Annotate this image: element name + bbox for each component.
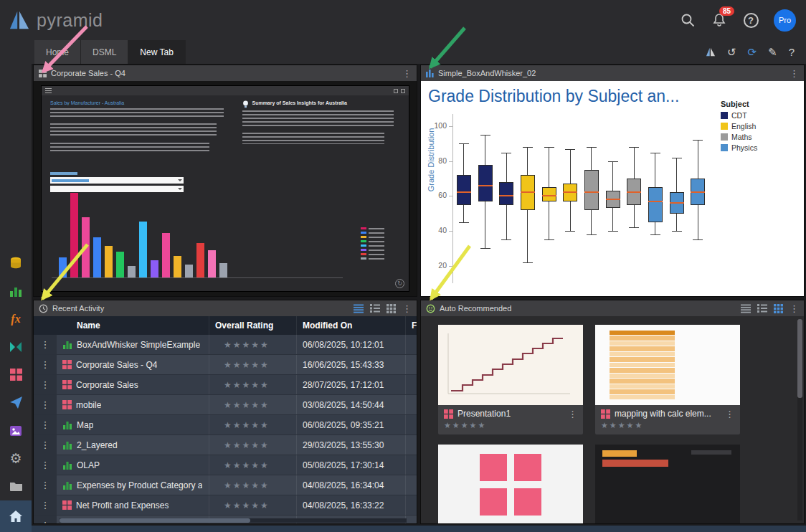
rating-stars[interactable]: ★★★★★ — [215, 360, 270, 370]
rating-stars[interactable]: ★★★★★ — [215, 400, 270, 410]
card-thumbnail-dark — [595, 445, 740, 523]
rating-stars[interactable]: ★★★★★ — [215, 380, 270, 390]
avatar[interactable]: Pro — [774, 9, 796, 32]
column-header-name[interactable]: Name — [57, 316, 209, 335]
rating-stars[interactable]: ★★★★★ — [215, 440, 270, 450]
tab-new-tab[interactable]: New Tab — [128, 40, 185, 64]
view-list-button[interactable] — [354, 304, 364, 313]
legend-item[interactable]: English — [721, 122, 798, 130]
view-list-button[interactable] — [741, 304, 751, 313]
table-row[interactable]: ⋮BoxAndWhisker SimpleExample★★★★★06/08/2… — [34, 335, 417, 355]
column-header-rating[interactable]: Overall Rating — [209, 316, 296, 335]
recommended-card[interactable]: ⋮ — [438, 445, 583, 523]
sidebar-item-admin[interactable]: ⚙ — [0, 445, 32, 472]
horizontal-scrollbar[interactable] — [60, 518, 407, 523]
box-maths[interactable] — [584, 170, 599, 210]
row-menu-button[interactable]: ⋮ — [41, 419, 50, 430]
table-row[interactable]: ⋮mobile★★★★★03/08/2025, 14:50:44 — [34, 395, 417, 415]
table-row[interactable]: ⋮OLAP★★★★★05/08/2025, 17:30:14 — [34, 455, 417, 475]
table-row[interactable]: ⋮2_Layered★★★★★29/03/2025, 13:55:30 — [34, 435, 417, 455]
search-button[interactable] — [679, 11, 696, 29]
preview-refresh-icon[interactable]: ↻ — [395, 279, 404, 288]
recommended-card[interactable]: ⋮ — [595, 445, 740, 523]
recommended-card[interactable]: Presentation1⋮★★★★★ — [438, 325, 583, 434]
sidebar-item-model[interactable] — [0, 249, 32, 277]
panel-menu-button[interactable]: ⋮ — [402, 69, 412, 78]
scrollbar-thumb[interactable] — [60, 518, 250, 523]
dashboard-preview[interactable]: Sales by Manufacturer - Australia Summar… — [41, 85, 409, 292]
table-row[interactable]: ⋮Corporate Sales - Q4★★★★★16/06/2025, 15… — [34, 355, 417, 375]
column-header-modified[interactable]: Modified On — [296, 316, 405, 335]
corporate-sales-header[interactable]: Corporate Sales - Q4 ⋮ — [34, 65, 417, 81]
rating-stars[interactable]: ★★★★★ — [215, 460, 270, 470]
table-row[interactable]: ⋮Corporate Sales★★★★★28/07/2025, 17:12:0… — [34, 375, 417, 395]
row-menu-button[interactable]: ⋮ — [41, 399, 50, 410]
undo-button[interactable]: ↺ — [727, 46, 736, 59]
box-english[interactable] — [542, 187, 556, 201]
sidebar-item-discover[interactable] — [0, 277, 32, 305]
box-cdt[interactable] — [457, 175, 471, 204]
rating-stars[interactable]: ★★★★★ — [215, 500, 270, 510]
rating-stars[interactable]: ★★★★★ — [595, 419, 740, 434]
sidebar-item-content[interactable] — [0, 472, 32, 500]
card-menu-button[interactable]: ⋮ — [568, 409, 577, 419]
view-detail-button[interactable] — [370, 304, 380, 313]
row-menu-button[interactable]: ⋮ — [41, 460, 50, 470]
corporate-sales-body: Sales by Manufacturer - Australia Summar… — [34, 81, 417, 296]
table-row[interactable]: ⋮Map★★★★★06/08/2025, 09:35:21 — [34, 415, 417, 435]
rating-stars[interactable]: ★★★★★ — [438, 419, 583, 434]
table-row[interactable]: ⋮Net Profit and Expenses★★★★★04/08/2025,… — [34, 495, 417, 516]
sidebar-item-tabulate[interactable] — [0, 333, 32, 361]
sidebar-item-illustrate[interactable] — [0, 417, 32, 445]
tab-home[interactable]: Home — [34, 40, 81, 64]
panel-menu-button[interactable]: ⋮ — [402, 304, 412, 313]
bottom-resize-strip[interactable] — [32, 526, 806, 532]
help-button[interactable]: ? — [742, 11, 759, 29]
refresh-button[interactable]: ⟳ — [748, 46, 757, 59]
legend-item[interactable]: Maths — [721, 133, 798, 141]
view-grid-button[interactable] — [774, 304, 783, 313]
tab-help-button[interactable]: ? — [789, 46, 795, 58]
panel-menu-button[interactable]: ⋮ — [790, 304, 799, 313]
sidebar-item-formulate[interactable]: fx — [0, 305, 32, 333]
view-detail-button[interactable] — [757, 304, 767, 313]
edit-button[interactable]: ✎ — [768, 46, 777, 59]
panel-box-whisker: Simple_BoxAndWhisker_02 ⋮ Grade Distribu… — [420, 65, 805, 297]
box-cdt[interactable] — [499, 182, 513, 205]
column-header-folder[interactable]: F — [405, 316, 417, 335]
row-menu-button[interactable]: ⋮ — [41, 500, 50, 510]
view-grid-button[interactable] — [387, 304, 396, 313]
pyramid-glyph-button[interactable] — [706, 47, 716, 57]
box-physics[interactable] — [648, 187, 663, 222]
auto-recommended-header[interactable]: Auto Recommended — [421, 300, 804, 316]
tab-dsml[interactable]: DSML — [81, 40, 128, 64]
row-menu-button[interactable]: ⋮ — [41, 339, 50, 350]
legend-item[interactable]: Physics — [721, 143, 798, 152]
sidebar-item-home[interactable] — [0, 500, 32, 532]
box-cdt[interactable] — [478, 165, 493, 201]
notifications-button[interactable]: 85 — [711, 11, 728, 29]
legend-item[interactable]: CDT — [721, 111, 798, 120]
rating-stars[interactable]: ★★★★★ — [215, 340, 270, 350]
row-menu-button[interactable]: ⋮ — [41, 440, 50, 450]
box-whisker-header[interactable]: Simple_BoxAndWhisker_02 ⋮ — [421, 65, 804, 81]
recommended-card[interactable]: mapping with calc elem...⋮★★★★★ — [595, 325, 740, 434]
grid-view-icon — [774, 304, 783, 313]
modified-on: 04/08/2025, 16:34:04 — [296, 475, 405, 495]
row-menu-button[interactable]: ⋮ — [41, 359, 50, 370]
scrollbar-thumb[interactable] — [797, 319, 802, 398]
sidebar-item-present[interactable] — [0, 361, 32, 389]
preview-text-block — [50, 108, 224, 118]
row-menu-button[interactable]: ⋮ — [41, 480, 50, 490]
row-menu-button[interactable]: ⋮ — [41, 379, 50, 390]
rating-stars[interactable]: ★★★★★ — [215, 480, 270, 490]
sidebar-item-publish[interactable] — [0, 389, 32, 417]
undo-icon: ↺ — [727, 46, 736, 59]
card-menu-button[interactable]: ⋮ — [725, 409, 734, 419]
table-row[interactable]: ⋮Expenses by Product Category a★★★★★04/0… — [34, 475, 417, 495]
row-menu-button[interactable]: ⋮ — [41, 520, 50, 523]
vertical-scrollbar[interactable] — [797, 319, 802, 521]
rating-stars[interactable]: ★★★★★ — [215, 420, 270, 430]
panel-menu-button[interactable]: ⋮ — [790, 69, 799, 78]
recent-activity-header[interactable]: Recent Activity — [34, 300, 417, 316]
